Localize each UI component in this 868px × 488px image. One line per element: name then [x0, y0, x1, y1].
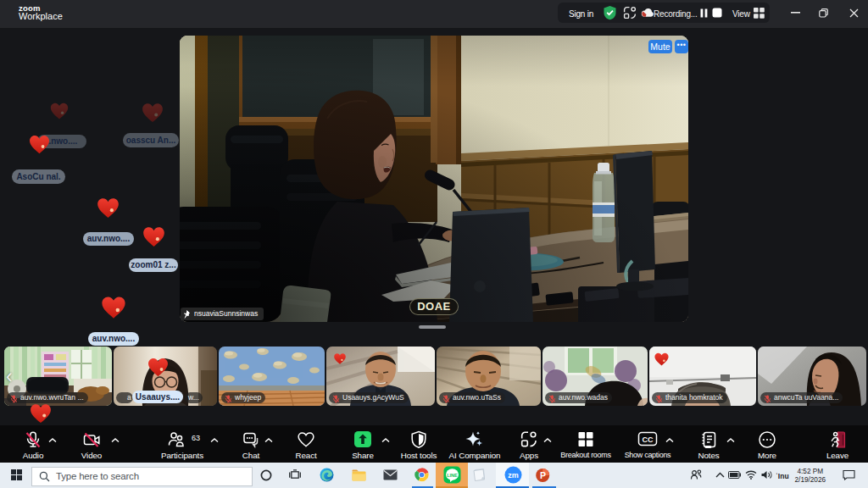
svg-text:P: P	[540, 470, 546, 480]
svg-text:zm: zm	[508, 471, 519, 480]
svg-text:LINE: LINE	[447, 473, 458, 478]
svg-text:CC: CC	[643, 435, 654, 444]
